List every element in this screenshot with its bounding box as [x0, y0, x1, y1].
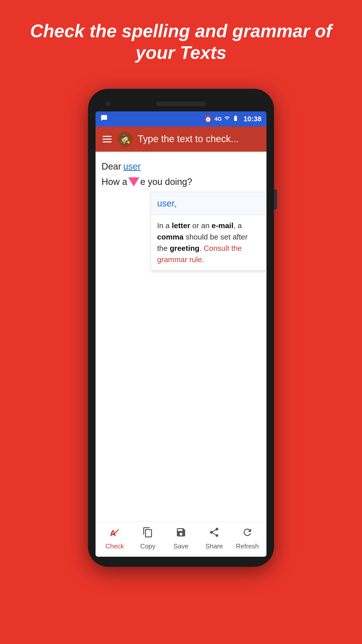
- text-how-end: e you doing?: [140, 175, 192, 189]
- phone-top-bar: [96, 99, 266, 111]
- check-label: Check: [105, 542, 124, 550]
- text-line-1: Dear user: [102, 159, 260, 174]
- app-bar-title: Type the text to check...: [138, 134, 260, 144]
- nav-item-refresh[interactable]: Refresh: [231, 527, 264, 550]
- save-label: Save: [173, 542, 188, 550]
- explanation-text-3: , a: [234, 221, 242, 230]
- avatar: 🕵️: [118, 132, 133, 147]
- explanation-text-1: In a: [157, 221, 172, 230]
- explanation-bold-email: e-mail: [212, 221, 234, 230]
- status-bar: ⏰ 4G 10:38: [96, 111, 266, 127]
- page-title: Check the spelling and grammar of your T…: [15, 20, 347, 64]
- cursor-indicator: [128, 177, 139, 186]
- battery-icon: [232, 115, 239, 123]
- explanation-bold-comma: comma: [157, 233, 184, 241]
- signal-icon: [224, 115, 230, 123]
- bottom-nav: A Check Copy: [96, 521, 266, 557]
- copy-label: Copy: [140, 542, 156, 550]
- nav-item-share[interactable]: Share: [198, 527, 231, 550]
- text-dear: Dear: [102, 159, 121, 174]
- network-icon: 4G: [214, 116, 222, 122]
- phone-speaker: [156, 102, 206, 106]
- explanation-bold-greeting: greeting: [170, 244, 199, 252]
- status-icons: ⏰ 4G 10:38: [204, 115, 261, 123]
- phone-screen: ⏰ 4G 10:38: [96, 111, 266, 557]
- text-line-2: How a e you doing?: [102, 175, 260, 189]
- suggestion-popup: user, In a letter or an e-mail, a comma …: [151, 192, 266, 271]
- explanation-text-5: .: [199, 244, 204, 252]
- page-header: Check the spelling and grammar of your T…: [0, 0, 362, 79]
- explanation-text-2: or an: [190, 221, 212, 230]
- nav-item-copy[interactable]: Copy: [131, 527, 164, 550]
- share-icon: [209, 527, 220, 540]
- phone-camera: [106, 101, 111, 106]
- alarm-icon: ⏰: [204, 115, 212, 123]
- copy-icon: [142, 527, 153, 540]
- content-area[interactable]: Dear user How a e you doing? user, In a …: [96, 152, 266, 521]
- nav-item-check[interactable]: A Check: [98, 527, 131, 550]
- phone-frame: ⏰ 4G 10:38: [88, 89, 274, 567]
- phone-wrapper: ⏰ 4G 10:38: [0, 89, 362, 567]
- suggestion-explanation: In a letter or an e-mail, a comma should…: [151, 215, 266, 270]
- nav-item-save[interactable]: Save: [164, 527, 198, 550]
- chat-icon: [101, 114, 108, 123]
- menu-button[interactable]: [102, 135, 113, 143]
- check-icon: A: [109, 527, 120, 540]
- app-bar: 🕵️ Type the text to check...: [96, 127, 266, 152]
- save-icon: [175, 527, 187, 540]
- explanation-bold-letter: letter: [172, 221, 190, 230]
- share-label: Share: [205, 542, 223, 550]
- status-time: 10:38: [243, 115, 261, 123]
- refresh-label: Refresh: [236, 542, 259, 550]
- refresh-icon: [242, 527, 253, 540]
- text-user-link[interactable]: user: [123, 159, 141, 174]
- suggestion-word[interactable]: user,: [151, 192, 266, 215]
- text-how-start: How a: [102, 175, 127, 189]
